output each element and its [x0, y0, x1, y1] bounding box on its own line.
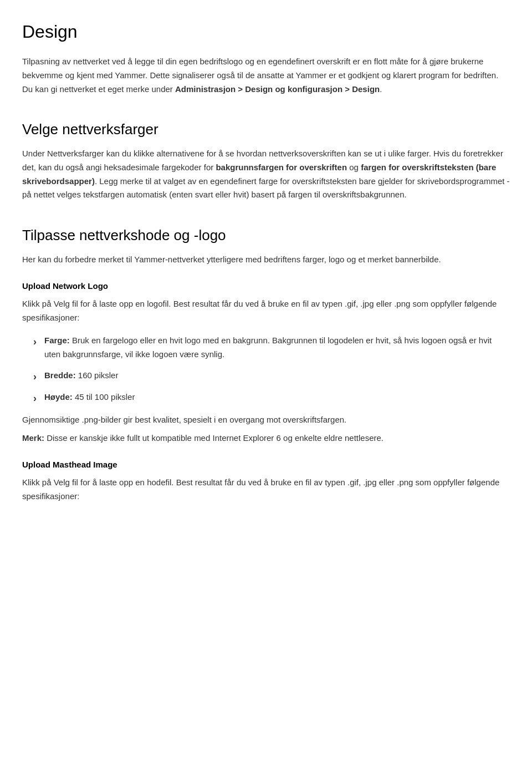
list-item-text-0: Bruk en fargelogo eller en hvit logo med…: [44, 336, 492, 359]
list-item-2: Høyde: 45 til 100 piksler: [33, 390, 510, 404]
note2-paragraph: Merk: Disse er kanskje ikke fullt ut kom…: [22, 431, 510, 445]
upload-masthead-text: Klikk på Velg fil for å laste opp en hod…: [22, 476, 510, 504]
nc-text-mid: og: [347, 162, 361, 172]
list-item-bold-0: Farge:: [44, 336, 70, 345]
list-item-text-1: 160 piksler: [76, 370, 119, 380]
list-item-bold-1: Bredde:: [44, 370, 76, 380]
upload-network-logo-heading: Upload Network Logo: [22, 280, 510, 293]
upload-masthead-heading: Upload Masthead Image: [22, 458, 510, 471]
intro-paragraph: Tilpasning av nettverket ved å legge til…: [22, 55, 510, 96]
list-item-0: Farge: Bruk en fargelogo eller en hvit l…: [33, 334, 510, 362]
section-header-logo-heading: Tilpasse nettverkshode og -logo: [22, 224, 510, 247]
network-colors-paragraph: Under Nettverksfarger kan du klikke alte…: [22, 147, 510, 202]
page-title: Design: [22, 18, 510, 46]
list-item-text-2: 45 til 100 piksler: [73, 392, 135, 402]
upload-network-logo-text: Klikk på Velg fil for å laste opp en log…: [22, 297, 510, 325]
nc-text-end: . Legg merke til at valget av en egendef…: [22, 176, 510, 200]
admin-path: Administrasjon > Design og konfigurasjon…: [175, 84, 380, 94]
header-logo-paragraph: Her kan du forbedre merket til Yammer-ne…: [22, 253, 510, 267]
list-item-1: Bredde: 160 piksler: [33, 369, 510, 383]
note1-paragraph: Gjennomsiktige .png-bilder gir best kval…: [22, 413, 510, 427]
intro-text-end: .: [380, 84, 382, 94]
note2-text: Disse er kanskje ikke fullt ut kompatibl…: [44, 433, 383, 443]
logo-specs-list: Farge: Bruk en fargelogo eller en hvit l…: [33, 334, 510, 404]
section-network-colors-heading: Velge nettverksfarger: [22, 118, 510, 141]
list-item-bold-2: Høyde:: [44, 392, 73, 402]
nc-bold1: bakgrunnsfargen for overskriften: [216, 162, 347, 172]
note2-bold: Merk:: [22, 433, 44, 443]
